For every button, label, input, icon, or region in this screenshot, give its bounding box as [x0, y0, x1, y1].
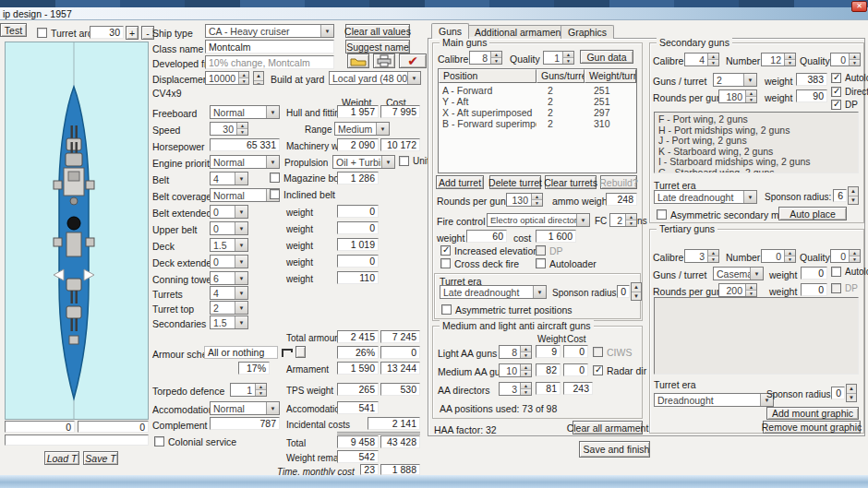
- secondary-rounds-input[interactable]: 180▲▼: [718, 89, 757, 103]
- spinner-arrows-icon[interactable]: ▲▼: [849, 54, 860, 65]
- suggest-name-button[interactable]: Suggest name: [345, 40, 410, 54]
- cross-deck-fire-checkbox[interactable]: Cross deck fire: [440, 258, 519, 269]
- spinner-arrows-icon[interactable]: ▲▼: [745, 284, 756, 296]
- spinner-arrows-icon[interactable]: ▲▼: [255, 384, 266, 396]
- clear-turrets-button[interactable]: Clear turrets: [545, 175, 597, 189]
- build-at-yard-select[interactable]: Local yard (48 000)▼: [329, 71, 421, 85]
- spinner-arrows-icon[interactable]: ▲▼: [745, 90, 756, 102]
- list-item[interactable]: J - Port wing, 2 guns: [658, 136, 854, 147]
- confirm-button[interactable]: ✔: [399, 54, 427, 68]
- chevron-down-icon[interactable]: ▼: [235, 272, 247, 284]
- speed-input[interactable]: 30▲▼: [210, 122, 248, 136]
- ship-type-select[interactable]: CA - Heavy cruiser▼: [205, 24, 334, 38]
- tertiary-calibre-input[interactable]: 3▲▼: [684, 249, 719, 263]
- medium-aa-input[interactable]: 10▲▼: [499, 363, 532, 377]
- spinner-arrows-icon[interactable]: ▲▼: [490, 52, 501, 64]
- tertiary-turret-era-select[interactable]: Dreadnought▼: [654, 393, 774, 407]
- increased-elevation-checkbox[interactable]: Increased elevation: [440, 245, 538, 256]
- ship-top-view[interactable]: [5, 42, 149, 420]
- deck-select[interactable]: 1.5▼: [210, 238, 248, 252]
- spinner-arrows-icon[interactable]: ▲▼: [238, 72, 248, 84]
- clear-all-armament-button[interactable]: Clear all armament: [573, 421, 643, 434]
- main-sponson-updown[interactable]: ▲▼: [631, 282, 642, 301]
- main-guns-table-header[interactable]: Position Guns/turret Weight/turret: [439, 69, 636, 83]
- spinner-arrows-icon[interactable]: ▲▼: [849, 250, 860, 262]
- save-t-button[interactable]: Save T: [83, 451, 118, 465]
- main-guns-table[interactable]: Position Guns/turret Weight/turret A - F…: [438, 68, 637, 173]
- belt-extended-select[interactable]: 0▼: [210, 205, 248, 219]
- arc-plus-button[interactable]: +: [126, 26, 139, 40]
- deck-extended-select[interactable]: 0▼: [210, 255, 248, 268]
- load-design-button[interactable]: [347, 54, 369, 68]
- table-row[interactable]: X - Aft superimposed2297: [439, 107, 636, 118]
- remove-mount-graphic-button[interactable]: Remove mount graphic: [763, 421, 861, 434]
- chevron-down-icon[interactable]: ▼: [266, 402, 279, 414]
- table-row[interactable]: Y - Aft2251: [439, 96, 636, 107]
- col-guns-per-turret[interactable]: Guns/turret: [536, 69, 585, 83]
- main-quality-input[interactable]: 1▲▼: [543, 51, 574, 65]
- spinner-arrows-icon[interactable]: ▲▼: [520, 383, 531, 395]
- chevron-down-icon[interactable]: ▼: [381, 156, 394, 168]
- inclined-belt-checkbox[interactable]: Inclined belt: [270, 189, 335, 200]
- colonial-service-checkbox[interactable]: Colonial service: [154, 436, 236, 447]
- table-row[interactable]: A - Forward2251: [439, 85, 636, 96]
- armour-scheme-button[interactable]: [295, 346, 306, 358]
- spinner-arrows-icon[interactable]: ▲▼: [707, 54, 718, 65]
- displacement-input[interactable]: 10000▲▼: [205, 71, 249, 85]
- chevron-down-icon[interactable]: ▼: [235, 222, 247, 234]
- fc-positions-input[interactable]: 2▲▼: [609, 213, 637, 227]
- secondary-calibre-input[interactable]: 4▲▼: [684, 53, 719, 66]
- secondary-director-checkbox[interactable]: Director: [831, 87, 868, 98]
- secondary-sponson-updown[interactable]: ▲▼: [848, 186, 859, 205]
- chevron-down-icon[interactable]: ▼: [266, 106, 279, 118]
- chevron-down-icon[interactable]: ▼: [235, 239, 247, 251]
- magazine-box-checkbox[interactable]: Magazine box: [270, 173, 344, 184]
- chevron-down-icon[interactable]: ▼: [266, 156, 279, 168]
- displacement-step-updown[interactable]: ▲▼: [253, 71, 264, 85]
- light-aa-input[interactable]: 8▲▼: [499, 345, 532, 359]
- spinner-arrows-icon[interactable]: ▲▼: [531, 194, 542, 206]
- chevron-down-icon[interactable]: ▼: [235, 316, 247, 328]
- aa-directors-input[interactable]: 3▲▼: [499, 382, 532, 396]
- spinner-arrows-icon[interactable]: ▲▼: [784, 250, 795, 262]
- col-weight-per-turret[interactable]: Weight/turret: [585, 69, 636, 83]
- chevron-down-icon[interactable]: ▼: [743, 74, 756, 86]
- secondary-turret-era-select[interactable]: Late dreadnought▼: [654, 190, 757, 204]
- range-select[interactable]: Medium▼: [334, 122, 390, 136]
- spinner-arrows-icon[interactable]: ▲▼: [784, 54, 795, 65]
- secondary-autoloader-checkbox[interactable]: Autoloader: [831, 73, 868, 84]
- chevron-down-icon[interactable]: ▼: [235, 256, 247, 268]
- close-button[interactable]: ✕: [851, 1, 867, 12]
- spinner-arrows-icon[interactable]: ▲▼: [520, 346, 531, 358]
- secondary-quality-input[interactable]: 0▲▼: [830, 53, 861, 66]
- main-calibre-input[interactable]: 8▲▼: [469, 51, 502, 65]
- secondary-guns-per-turret-select[interactable]: 2▼: [713, 73, 757, 87]
- engine-priority-select[interactable]: Normal▼: [210, 155, 280, 169]
- list-item[interactable]: G - Starboard wing, 2 guns: [658, 168, 854, 174]
- delete-turret-button[interactable]: Delete turret: [489, 175, 541, 189]
- turret-arcs-checkbox[interactable]: Turret arcs: [37, 28, 97, 39]
- auto-place-button[interactable]: Auto place: [778, 207, 847, 220]
- load-t-button[interactable]: Load T: [44, 451, 79, 465]
- tertiary-sponson-updown[interactable]: ▲▼: [846, 384, 857, 402]
- tab-graphics[interactable]: Graphics: [561, 25, 614, 39]
- chevron-down-icon[interactable]: ▼: [750, 268, 763, 280]
- gun-data-button[interactable]: Gun data: [580, 50, 633, 64]
- list-item[interactable]: I - Starboard midships wing, 2 guns: [658, 157, 854, 168]
- spinner-arrows-icon[interactable]: ▲▼: [562, 52, 573, 64]
- chevron-down-icon[interactable]: ▼: [743, 191, 756, 203]
- spinner-arrows-icon[interactable]: ▲▼: [236, 123, 247, 135]
- chevron-down-icon[interactable]: ▼: [235, 302, 247, 314]
- upper-belt-select[interactable]: 0▼: [210, 221, 248, 235]
- chevron-down-icon[interactable]: ▼: [320, 25, 333, 37]
- add-turret-button[interactable]: Add turret: [436, 175, 484, 189]
- tertiary-mounts-list[interactable]: [654, 297, 859, 375]
- chevron-down-icon[interactable]: ▼: [376, 123, 389, 135]
- secondary-number-input[interactable]: 12▲▼: [761, 53, 796, 66]
- tertiary-rounds-input[interactable]: 200▲▼: [718, 283, 757, 297]
- tertiary-number-input[interactable]: 0▲▼: [761, 249, 796, 263]
- radar-dir-checkbox[interactable]: Radar dir: [593, 365, 646, 376]
- table-row[interactable]: B - Forward superimposed2310: [439, 118, 636, 129]
- spinner-arrows-icon[interactable]: ▲▼: [520, 364, 531, 376]
- save-and-finish-button[interactable]: Save and finish: [579, 441, 650, 458]
